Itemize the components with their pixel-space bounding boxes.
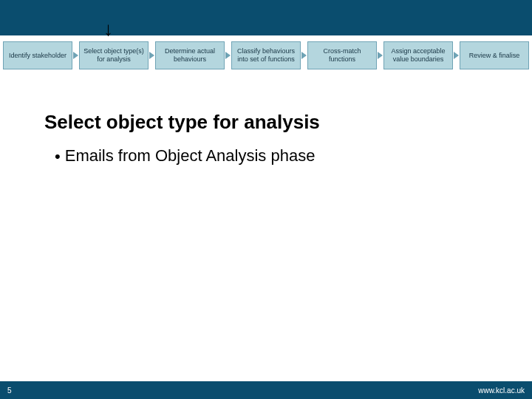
flow-step: Cross-match functions <box>307 41 377 69</box>
chevron-right-icon <box>225 52 231 59</box>
slide-title: Select object type for analysis <box>44 111 320 134</box>
bullet-item: •Emails from Object Analysis phase <box>55 146 315 166</box>
chevron-right-icon <box>73 52 78 59</box>
flow-step: Review & finalise <box>460 41 529 69</box>
header-bar <box>0 0 532 35</box>
bullet-dot-icon: • <box>55 147 61 166</box>
flow-step: Classify behaviours into set of function… <box>231 41 301 69</box>
flow-step: Determine actual behaviours <box>155 41 225 69</box>
chevron-right-icon <box>301 52 307 59</box>
flow-step: Identify stakeholder <box>3 41 72 69</box>
chevron-right-icon <box>454 52 459 59</box>
down-arrow-icon: ↓ <box>103 18 113 41</box>
page-number: 5 <box>7 386 12 395</box>
process-flow: Identify stakeholder Select object type(… <box>3 41 529 69</box>
flow-step: Select object type(s) for analysis <box>79 41 149 69</box>
bullet-text: Emails from Object Analysis phase <box>65 146 316 165</box>
footer-url: www.kcl.ac.uk <box>478 386 525 395</box>
footer-bar: 5 www.kcl.ac.uk <box>0 381 532 399</box>
flow-step: Assign acceptable value boundaries <box>383 41 453 69</box>
chevron-right-icon <box>378 52 383 59</box>
chevron-right-icon <box>149 52 154 59</box>
